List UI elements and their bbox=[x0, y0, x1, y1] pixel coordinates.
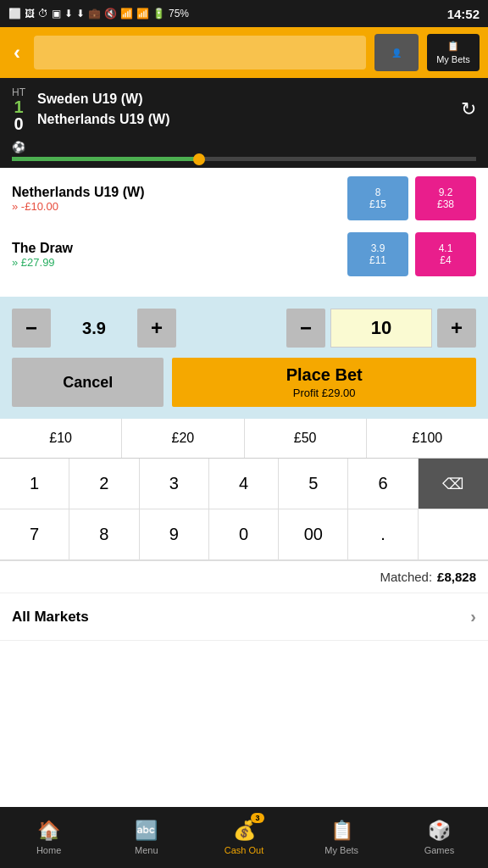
betslip-icon: 📋 bbox=[447, 41, 459, 52]
matched-row: Matched: £8,828 bbox=[0, 561, 488, 593]
team-away: Netherlands U19 (W) bbox=[37, 109, 449, 130]
stake-increase-button[interactable]: + bbox=[437, 309, 476, 348]
stake-input[interactable] bbox=[330, 309, 432, 348]
key-dot[interactable]: . bbox=[348, 509, 418, 560]
top-nav: ‹ 👤 📋 My Bets bbox=[0, 27, 488, 78]
bet-actions: Cancel Place Bet Profit £29.00 bbox=[12, 358, 476, 407]
netherlands-back-odds: 8 bbox=[375, 186, 381, 198]
soccer-ball-icon: ⚽ bbox=[12, 141, 25, 153]
key-empty bbox=[419, 509, 488, 560]
wallet-icon: 💼 bbox=[88, 8, 101, 19]
status-bar: ⬜ 🖼 ⏱ ▣ ⬇ ⬇ 💼 🔇 📶 📶 🔋 75% 14:52 bbox=[0, 0, 488, 27]
matched-value: £8,828 bbox=[437, 570, 476, 584]
progress-fill bbox=[12, 157, 198, 161]
netherlands-lay-vol: £38 bbox=[437, 198, 454, 210]
key-7[interactable]: 7 bbox=[0, 509, 69, 560]
place-bet-button[interactable]: Place Bet Profit £29.00 bbox=[172, 358, 476, 407]
bet-team-netherlands: Netherlands U19 (W) » -£10.00 bbox=[12, 185, 347, 213]
key-9[interactable]: 9 bbox=[140, 509, 209, 560]
draw-back-vol: £11 bbox=[369, 254, 386, 266]
refresh-button[interactable]: ↻ bbox=[461, 98, 476, 120]
draw-lay-btn[interactable]: 4.1 £4 bbox=[415, 232, 476, 276]
key-1[interactable]: 1 bbox=[0, 459, 69, 509]
clock-icon: ⏱ bbox=[38, 8, 48, 19]
odds-increase-button[interactable]: + bbox=[137, 309, 176, 348]
mute-icon: 🔇 bbox=[104, 8, 117, 19]
stake-decrease-button[interactable]: − bbox=[286, 309, 325, 348]
key-6[interactable]: 6 bbox=[348, 459, 418, 509]
key-00[interactable]: 00 bbox=[279, 509, 348, 560]
match-score: HT 1 0 bbox=[12, 86, 25, 132]
key-8[interactable]: 8 bbox=[69, 509, 139, 560]
back-button[interactable]: ‹ bbox=[8, 41, 25, 64]
download-icon: ⬇ bbox=[64, 8, 73, 19]
place-bet-profit: Profit £29.00 bbox=[293, 387, 356, 399]
quick-20[interactable]: £20 bbox=[122, 419, 244, 458]
odds-decrease-button[interactable]: − bbox=[12, 309, 51, 348]
team-home: Sweden U19 (W) bbox=[37, 89, 449, 109]
match-teams: Sweden U19 (W) Netherlands U19 (W) bbox=[37, 89, 449, 130]
draw-pl: » £27.99 bbox=[12, 256, 347, 269]
account-button[interactable]: 👤 bbox=[374, 34, 419, 71]
key-2[interactable]: 2 bbox=[69, 459, 139, 509]
netherlands-team-name: Netherlands U19 (W) bbox=[12, 185, 347, 200]
status-icons: ⬜ 🖼 ⏱ ▣ ⬇ ⬇ 💼 🔇 📶 📶 🔋 75% bbox=[8, 8, 189, 19]
bet-team-draw: The Draw » £27.99 bbox=[12, 241, 347, 269]
bet-slip: − + − + Cancel Place Bet Profit £29.00 bbox=[0, 297, 488, 419]
odds-value-input[interactable] bbox=[56, 309, 132, 348]
image-icon: 🖼 bbox=[25, 8, 35, 19]
key-backspace[interactable]: ⌫ bbox=[419, 459, 488, 509]
quick-amounts: £10 £20 £50 £100 bbox=[0, 419, 488, 459]
netherlands-lay-odds: 9.2 bbox=[439, 186, 453, 198]
ht-label: HT bbox=[12, 86, 25, 98]
netherlands-odds: 8 £15 9.2 £38 bbox=[347, 176, 476, 220]
battery-icon: 🔋 bbox=[152, 8, 165, 19]
netherlands-lay-btn[interactable]: 9.2 £38 bbox=[415, 176, 476, 220]
chevron-right-icon: › bbox=[470, 607, 476, 626]
quick-10[interactable]: £10 bbox=[0, 419, 122, 458]
signal-icon: 📶 bbox=[136, 8, 149, 19]
screenshot-icon: ⬜ bbox=[8, 8, 21, 19]
key-4[interactable]: 4 bbox=[209, 459, 279, 509]
draw-back-odds: 3.9 bbox=[371, 242, 385, 254]
draw-back-btn[interactable]: 3.9 £11 bbox=[347, 232, 408, 276]
place-bet-label: Place Bet bbox=[286, 365, 363, 385]
download2-icon: ⬇ bbox=[76, 8, 85, 19]
score-home: 1 bbox=[14, 98, 23, 115]
bet-slip-controls-row: − + − + bbox=[12, 309, 476, 348]
bet-row-draw: The Draw » £27.99 3.9 £11 4.1 £4 bbox=[12, 232, 476, 276]
key-3[interactable]: 3 bbox=[140, 459, 209, 509]
brand-logo bbox=[34, 36, 366, 70]
betting-section: Netherlands U19 (W) » -£10.00 8 £15 9.2 … bbox=[0, 168, 488, 297]
account-icon: 👤 bbox=[391, 48, 402, 58]
netherlands-back-vol: £15 bbox=[369, 198, 386, 210]
all-markets-row[interactable]: All Markets › bbox=[0, 593, 488, 641]
key-0[interactable]: 0 bbox=[209, 509, 279, 560]
match-header: HT 1 0 Sweden U19 (W) Netherlands U19 (W… bbox=[0, 78, 488, 141]
progress-track bbox=[12, 157, 476, 161]
draw-team-name: The Draw bbox=[12, 241, 347, 256]
quick-100[interactable]: £100 bbox=[367, 419, 488, 458]
matched-label: Matched: bbox=[380, 570, 432, 584]
quick-50[interactable]: £50 bbox=[245, 419, 367, 458]
draw-odds: 3.9 £11 4.1 £4 bbox=[347, 232, 476, 276]
draw-lay-odds: 4.1 bbox=[439, 242, 453, 254]
screen-icon: ▣ bbox=[52, 8, 61, 19]
odds-stepper: − + bbox=[12, 309, 278, 348]
match-progress: ⚽ bbox=[0, 141, 488, 168]
netherlands-back-btn[interactable]: 8 £15 bbox=[347, 176, 408, 220]
mybets-nav-button[interactable]: 📋 My Bets bbox=[427, 34, 480, 71]
numpad: 1 2 3 4 5 6 ⌫ 7 8 9 0 00 . bbox=[0, 459, 488, 561]
all-markets-label: All Markets bbox=[12, 609, 89, 626]
wifi-icon: 📶 bbox=[120, 8, 133, 19]
cancel-button[interactable]: Cancel bbox=[12, 358, 164, 407]
mybets-nav-label: My Bets bbox=[436, 54, 470, 64]
progress-marker bbox=[193, 153, 205, 165]
netherlands-pl: » -£10.00 bbox=[12, 200, 347, 213]
battery-pct: 75% bbox=[169, 8, 189, 19]
draw-lay-vol: £4 bbox=[440, 254, 451, 266]
score-away: 0 bbox=[14, 115, 23, 132]
bet-row-netherlands: Netherlands U19 (W) » -£10.00 8 £15 9.2 … bbox=[12, 176, 476, 220]
key-5[interactable]: 5 bbox=[279, 459, 348, 509]
status-time: 14:52 bbox=[447, 7, 480, 21]
